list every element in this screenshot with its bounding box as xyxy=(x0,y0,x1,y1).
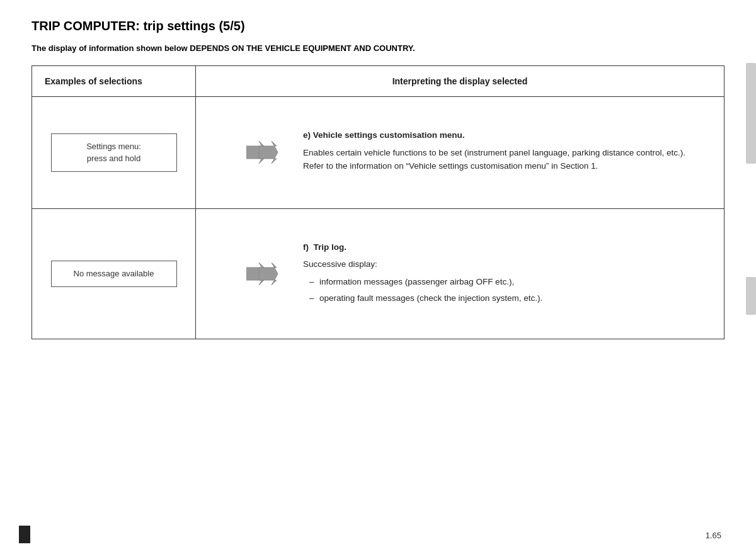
section-description-1: Enables certain vehicle functions to be … xyxy=(303,146,692,173)
arrow-icon-2 xyxy=(246,261,284,286)
section-title-1: Vehicle settings customisation menu. xyxy=(313,130,465,140)
example-box-2-label: No message available xyxy=(74,269,154,278)
arrow-icon-1 xyxy=(246,140,284,165)
page-number: 1.65 xyxy=(706,531,721,540)
section-label-1: e) Vehicle settings customisation menu. xyxy=(303,128,692,142)
section-list-2: information messages (passenger airbag O… xyxy=(303,275,692,305)
table-row: No message available f) Trip log. xyxy=(32,208,724,339)
row-content-2: f) Trip log. Successive display: informa… xyxy=(209,222,711,326)
example-cell-2: No message available xyxy=(32,208,196,339)
section-ref-2: f) xyxy=(303,242,314,252)
table-header-interpret: Interpreting the display selected xyxy=(196,66,724,97)
interpret-cell-2: f) Trip log. Successive display: informa… xyxy=(196,208,724,339)
example-cell-1: Settings menu:press and hold xyxy=(32,97,196,209)
section-label-2: f) Trip log. xyxy=(303,240,692,254)
example-box-2: No message available xyxy=(51,261,177,287)
section-ref-1: e) xyxy=(303,130,313,140)
main-table: Examples of selections Interpreting the … xyxy=(32,65,724,339)
table-row: Settings menu:press and hold e) Vehicle … xyxy=(32,97,724,209)
table-header-examples: Examples of selections xyxy=(32,66,196,97)
list-item: information messages (passenger airbag O… xyxy=(309,275,692,289)
interpret-text-2: f) Trip log. Successive display: informa… xyxy=(303,240,692,307)
bottom-bar-indicator xyxy=(19,526,30,543)
example-box-1-label: Settings menu:press and hold xyxy=(86,142,141,164)
page-title: TRIP COMPUTER: trip settings (5/5) xyxy=(32,19,724,33)
row-content-1: e) Vehicle settings customisation menu. … xyxy=(209,110,711,196)
scrollbar-indicator-upper[interactable] xyxy=(746,63,756,164)
section-description-2: Successive display: xyxy=(303,257,692,271)
scrollbar-indicator-lower[interactable] xyxy=(746,277,756,315)
interpret-text-1: e) Vehicle settings customisation menu. … xyxy=(303,128,692,177)
page-subtitle: The display of information shown below D… xyxy=(32,43,724,53)
section-title-2: Trip log. xyxy=(314,242,347,252)
example-box-1: Settings menu:press and hold xyxy=(51,133,177,172)
list-item: operating fault messages (check the inje… xyxy=(309,291,692,305)
interpret-cell-1: e) Vehicle settings customisation menu. … xyxy=(196,97,724,209)
